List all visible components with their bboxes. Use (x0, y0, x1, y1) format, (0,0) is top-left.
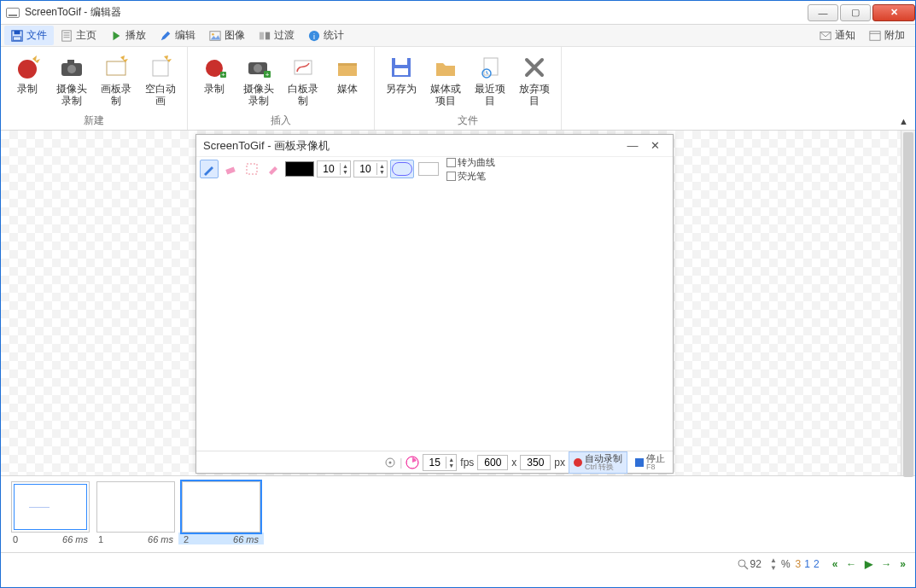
close-button[interactable]: ✕ (872, 4, 915, 21)
frame-thumb[interactable]: 266 ms (178, 481, 264, 544)
svg-rect-2 (14, 36, 21, 39)
discard-project-button[interactable]: 放弃项目 (513, 50, 556, 112)
tip-size-input[interactable] (354, 163, 376, 175)
svg-rect-20 (67, 60, 74, 64)
menu-transition[interactable]: 过渡 (252, 26, 301, 45)
statusbar: 92 ▲▼ % 3 1 2 « ← ▶ → » (1, 553, 915, 574)
menu-attach[interactable]: 附加 (862, 26, 912, 45)
curve-checkbox[interactable]: 转为曲线 (446, 156, 495, 169)
menu-edit[interactable]: 编辑 (153, 26, 202, 45)
timer-icon (405, 456, 419, 469)
zoom-button[interactable]: 92 (732, 558, 766, 570)
select-tool-button[interactable] (242, 160, 261, 178)
board-canvas[interactable] (196, 181, 673, 451)
svg-text:+: + (265, 71, 270, 79)
board-toolbar: ▲▼ ▲▼ 转为曲线 荧光笔 (196, 157, 673, 181)
svg-point-27 (254, 64, 262, 73)
record-dot-icon (574, 458, 582, 467)
save-icon (11, 30, 23, 42)
menubar: 文件 主页 播放 编辑 图像 过渡 i 统计 通知 附加 (1, 25, 915, 47)
insert-webcam-button[interactable]: + 摄像头录制 (237, 50, 280, 112)
tip-size-spinner[interactable]: ▲▼ (353, 160, 388, 178)
stroke-width-spinner[interactable]: ▲▼ (317, 160, 351, 178)
folder-icon (334, 54, 361, 81)
ribbon-collapse-button[interactable]: ▲ (899, 116, 908, 126)
svg-point-17 (18, 60, 37, 79)
nav-first-button[interactable]: « (828, 558, 843, 570)
stroke-width-input[interactable] (318, 163, 340, 175)
menu-play[interactable]: 播放 (103, 26, 153, 45)
board-statusbar: | ▲▼ fps x px 自动录制 Ctrl 转换 停止 (196, 451, 673, 473)
menu-home[interactable]: 主页 (54, 26, 103, 45)
settings-icon[interactable] (384, 457, 396, 469)
menu-stats[interactable]: i 统计 (301, 26, 351, 45)
recent-project-button[interactable]: 最近项目 (469, 50, 511, 112)
ellipse-shape-button[interactable] (390, 160, 414, 178)
width-input[interactable] (477, 455, 508, 470)
frame-thumb[interactable]: 166 ms (93, 481, 178, 544)
transition-icon (259, 30, 271, 42)
nav-next-button[interactable]: → (877, 558, 896, 570)
insert-record-button[interactable]: + 录制 (193, 50, 236, 112)
zoom-stepper[interactable]: ▲▼ (766, 557, 781, 571)
svg-text:i: i (313, 32, 315, 40)
board-close-button[interactable]: ✕ (644, 137, 666, 154)
menu-image-label: 图像 (225, 28, 245, 43)
magnifier-icon (737, 558, 749, 570)
nav-play-button[interactable]: ▶ (861, 558, 877, 570)
recent-icon (476, 54, 504, 81)
rect-shape-button[interactable] (417, 160, 440, 178)
mail-icon (820, 30, 831, 42)
svg-point-41 (738, 560, 745, 567)
new-board-button[interactable]: 画板录制 (95, 50, 137, 112)
auto-record-button[interactable]: 自动录制 Ctrl 转换 (569, 451, 627, 474)
stop-button[interactable]: 停止 F8 (631, 452, 669, 473)
svg-rect-11 (265, 32, 270, 39)
vertical-scrollbar[interactable] (901, 131, 915, 475)
titlebar: ScreenToGif - 编辑器 — ▢ ✕ (1, 1, 915, 25)
nav-prev-button[interactable]: ← (842, 558, 861, 570)
fps-spinner[interactable]: ▲▼ (423, 454, 457, 471)
group-file-label: 文件 (458, 114, 478, 128)
pen-tool-button[interactable] (200, 160, 219, 178)
frame-thumb[interactable]: ———— 066 ms (8, 481, 93, 544)
menu-play-label: 播放 (125, 28, 146, 43)
image-icon (209, 30, 221, 42)
svg-rect-36 (225, 166, 235, 174)
menu-notify[interactable]: 通知 (813, 26, 862, 45)
new-blank-button[interactable]: 空白动画 (139, 50, 182, 112)
insert-whiteboard-button[interactable]: 白板录制 (282, 50, 324, 112)
info-icon: i (308, 30, 320, 42)
insert-media-button[interactable]: 媒体 (326, 50, 369, 112)
fps-input[interactable] (423, 457, 446, 469)
menu-transition-label: 过渡 (274, 28, 295, 43)
color-swatch[interactable] (285, 161, 314, 177)
nav-last-button[interactable]: » (896, 558, 910, 570)
maximize-button[interactable]: ▢ (840, 4, 871, 21)
board-titlebar[interactable]: ScreenToGif - 画板录像机 — ✕ (196, 135, 673, 157)
blank-icon (147, 54, 174, 81)
board-minimize-button[interactable]: — (621, 137, 644, 154)
count-3: 2 (814, 558, 820, 570)
media-project-button[interactable]: 媒体或项目 (424, 50, 467, 112)
window-title: ScreenToGif - 编辑器 (25, 5, 121, 20)
new-webcam-button[interactable]: 摄像头录制 (50, 50, 93, 112)
svg-rect-30 (295, 61, 312, 74)
ribbon-group-new: 录制 摄像头录制 画板录制 空白动画 新建 (1, 47, 188, 130)
pencil-icon (160, 30, 172, 42)
menu-file[interactable]: 文件 (4, 26, 54, 45)
record-icon (14, 54, 41, 81)
menu-file-label: 文件 (26, 28, 47, 43)
svg-text:+: + (221, 71, 225, 79)
menu-edit-label: 编辑 (175, 28, 195, 43)
saveas-button[interactable]: 另存为 (380, 50, 423, 112)
new-record-button[interactable]: 录制 (6, 50, 49, 112)
minimize-button[interactable]: — (808, 4, 838, 21)
eraser-tool-button[interactable] (221, 160, 240, 178)
eraser2-tool-button[interactable] (264, 160, 283, 178)
menu-image[interactable]: 图像 (202, 26, 252, 45)
svg-line-42 (744, 566, 748, 569)
svg-rect-10 (260, 32, 264, 39)
svg-point-39 (389, 461, 392, 463)
height-input[interactable] (520, 455, 551, 470)
